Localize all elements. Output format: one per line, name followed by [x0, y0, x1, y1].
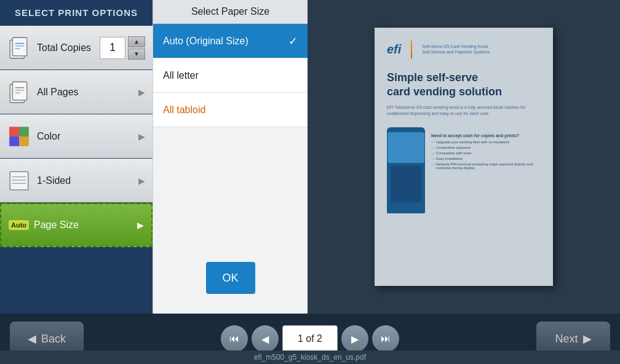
dropdown-panel: Select Paper Size Auto (Original Size) ✓… — [153, 0, 308, 314]
kiosk-screen — [388, 132, 424, 163]
color-arrow-icon: ▶ — [138, 132, 145, 141]
pagesize-badge: Auto — [9, 220, 29, 230]
dropdown-item-auto-label: Auto (Original Size) — [163, 36, 248, 47]
preview-logo-text: efi — [387, 42, 401, 57]
bullet-2: Contactless payment — [431, 146, 541, 149]
copies-up-button[interactable]: ▲ — [128, 36, 145, 47]
dropdown-item-letter-label: All letter — [163, 70, 199, 81]
next-label: Next — [555, 333, 578, 346]
sided-arrow-icon: ▶ — [138, 176, 145, 186]
dropdown-ok-area: OK — [153, 127, 308, 314]
copies-control: ▲ ▼ — [100, 36, 145, 60]
dropdown-item-auto[interactable]: Auto (Original Size) ✓ — [153, 24, 308, 58]
svg-rect-14 — [19, 136, 29, 146]
dropdown-item-tabloid-label: All tabloid — [163, 105, 205, 116]
preview-logo-divider — [411, 40, 412, 58]
pagesize-arrow-icon: ▶ — [137, 220, 144, 230]
preview-kiosk-container: Need to accept cash for copies and print… — [387, 127, 541, 213]
page-indicator: 1 of 2 — [282, 325, 338, 352]
color-option-row[interactable]: Color ▶ — [0, 114, 153, 159]
preview-logo-subtitle: Self-Serve G5 Card Vending KioskSelf-Ser… — [422, 44, 490, 55]
sided-icon — [7, 169, 31, 192]
svg-rect-6 — [12, 82, 26, 100]
left-panel: SELECT PRINT OPTIONS Total Copies ▲ ▼ — [0, 0, 153, 314]
dropdown-item-tabloid[interactable]: All tabloid — [153, 93, 308, 127]
preview-area: efi Self-Serve G5 Card Vending KioskSelf… — [308, 0, 620, 314]
preview-kiosk — [387, 127, 425, 213]
copies-input[interactable] — [100, 37, 125, 59]
checkmark-icon: ✓ — [288, 34, 298, 48]
filename-bar: efi_m500_g5_kiosk_ds_en_us.pdf — [0, 350, 620, 364]
nav-prev-button[interactable]: ◀ — [252, 325, 279, 352]
copies-label: Total Copies — [37, 42, 100, 53]
panel-title: SELECT PRINT OPTIONS — [0, 0, 153, 26]
svg-rect-11 — [9, 127, 19, 136]
bullet-5: Network PIN-terminal accepting major pay… — [431, 162, 541, 170]
pages-arrow-icon: ▶ — [138, 87, 145, 97]
kiosk-body — [391, 165, 421, 202]
svg-rect-15 — [10, 172, 28, 190]
svg-rect-12 — [19, 127, 29, 136]
svg-rect-1 — [12, 38, 26, 56]
preview-subtext: EFI TotalServe G5 card vending kiosk is … — [387, 105, 541, 117]
nav-first-button[interactable]: ⏮ — [221, 325, 248, 352]
pagesize-label: Page Size — [34, 220, 137, 231]
preview-logo-area: efi Self-Serve G5 Card Vending KioskSelf… — [387, 40, 541, 58]
nav-last-button[interactable]: ⏭ — [372, 325, 399, 352]
bullet-1: Upgrade your existing fleet with no-hard… — [431, 140, 541, 144]
next-arrow-icon: ▶ — [583, 332, 592, 346]
ok-button[interactable]: OK — [206, 262, 255, 294]
copies-icon — [7, 36, 31, 60]
filename-text: efi_m500_g5_kiosk_ds_en_us.pdf — [254, 353, 366, 362]
back-arrow-icon: ◀ — [28, 332, 36, 346]
preview-headline: Simple self-servecard vending solution — [387, 71, 541, 100]
dropdown-item-letter[interactable]: All letter — [153, 58, 308, 93]
pages-icon — [7, 81, 31, 104]
color-label: Color — [37, 131, 138, 142]
nav-next-button[interactable]: ▶ — [341, 325, 368, 352]
preview-bullets: Need to accept cash for copies and print… — [431, 133, 541, 213]
pages-option-row[interactable]: All Pages ▶ — [0, 70, 153, 114]
pages-label: All Pages — [37, 87, 138, 98]
copies-row: Total Copies ▲ ▼ — [0, 26, 153, 70]
svg-rect-13 — [9, 136, 19, 146]
bullet-4: Easy installation — [431, 157, 541, 160]
bullet-3: Compatible with most — [431, 151, 541, 155]
sided-label: 1-Sided — [37, 175, 138, 186]
pagesize-option-row[interactable]: Auto Page Size ▶ — [0, 203, 153, 247]
page-nav: ⏮ ◀ 1 of 2 ▶ ⏭ — [221, 325, 399, 352]
sided-option-row[interactable]: 1-Sided ▶ — [0, 159, 153, 203]
preview-bullets-header: Need to accept cash for copies and print… — [431, 133, 541, 138]
dropdown-title: Select Paper Size — [153, 0, 308, 24]
preview-page: efi Self-Serve G5 Card Vending KioskSelf… — [375, 28, 553, 286]
color-icon — [7, 125, 31, 148]
copies-spinner: ▲ ▼ — [128, 36, 145, 60]
back-label: Back — [41, 333, 66, 346]
copies-down-button[interactable]: ▼ — [128, 49, 145, 60]
